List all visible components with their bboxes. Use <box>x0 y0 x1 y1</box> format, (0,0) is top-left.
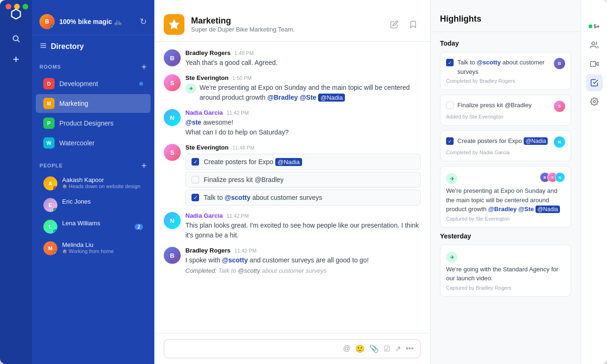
search-icon[interactable] <box>8 30 24 47</box>
sidebar-person-melinda[interactable]: M Melinda Liu 🏠 Working from home <box>36 238 151 259</box>
highlights-title: Highlights <box>440 14 481 24</box>
task-2-text: Finalize press kit @Bradley <box>204 176 284 183</box>
more-input-icon[interactable]: ••• <box>406 344 414 353</box>
highlight-2-checkbox[interactable] <box>446 102 454 109</box>
message-4-content: Ste Everington 11:48 PM Create posters f… <box>185 144 421 206</box>
task-2-checkbox[interactable] <box>192 176 199 183</box>
far-right-panel: 5+ <box>581 0 607 364</box>
task-1-mention: @Nadia <box>275 158 302 166</box>
sidebar-item-watercooler[interactable]: W Watercooler <box>36 134 151 152</box>
tasks-panel-button[interactable] <box>586 74 603 91</box>
message-4: S Ste Everington 11:48 PM Create posters… <box>164 144 421 206</box>
melinda-info: Melinda Liu 🏠 Working from home <box>62 241 143 254</box>
nadia-avatar-5: N <box>164 212 181 229</box>
bookmark-icon[interactable] <box>406 17 421 32</box>
sidebar-header: B 100% bike magic 🚲 ↻ <box>32 0 154 35</box>
highlight-4-header: B S N <box>446 172 565 184</box>
sling-input-icon[interactable]: ↗ <box>395 344 401 353</box>
product-designers-room-icon: P <box>43 118 55 129</box>
highlight-card-2: Finalize press kit @Bradley S Added by S… <box>440 95 571 126</box>
watercooler-room-icon: W <box>43 137 55 149</box>
highlights-content: Today Talk to @scotty about customer sur… <box>431 32 581 364</box>
eric-name: Eric Jones <box>62 198 143 205</box>
svg-point-11 <box>593 101 595 103</box>
message-1-content: Bradley Rogers 1:48 PM Yeah that's a goo… <box>185 49 421 68</box>
video-panel-button[interactable] <box>586 55 603 72</box>
settings-panel-button[interactable] <box>586 93 603 110</box>
message-1-meta: Bradley Rogers 1:48 PM <box>185 49 421 56</box>
sling-icon <box>185 83 196 94</box>
yesterday-section: Yesterday <box>440 232 571 240</box>
message-5-time: 11:42 PM <box>227 213 249 219</box>
rooms-section-header: ROOMS + <box>32 58 154 74</box>
aakash-info: Aakash Kapoor 🏠 Heads down on website de… <box>62 176 143 189</box>
svg-marker-9 <box>596 62 598 66</box>
chat-input-icons: @ 🙂 📎 ☑ ↗ ••• <box>343 344 414 353</box>
directory-icon <box>40 42 47 51</box>
chat-messages: B Bradley Rogers 1:48 PM Yeah that's a g… <box>154 42 430 333</box>
sidebar-directory[interactable]: Directory <box>32 35 154 58</box>
mention-nadia: @Nadia <box>318 94 345 102</box>
sidebar-item-marketing[interactable]: M Marketing <box>36 94 151 113</box>
task-3-checkbox[interactable] <box>192 194 199 201</box>
message-5-meta: Nadia Garcia 11:42 PM <box>185 212 421 219</box>
minimize-button[interactable] <box>14 4 20 9</box>
highlight-2-avatar: S <box>554 101 565 112</box>
development-room-icon: D <box>43 78 55 89</box>
room-desc: Super de Duper Bike Marketing Team. <box>191 26 380 33</box>
add-person-button[interactable]: + <box>142 161 147 170</box>
highlight-3-meta: Completed by Nadia Garcia <box>446 150 565 155</box>
sidebar-person-lena[interactable]: L Lena Williams 2 <box>36 216 151 237</box>
highlight-1-checkbox[interactable] <box>446 59 454 66</box>
lena-info: Lena Williams <box>62 220 130 227</box>
sidebar-person-aakash[interactable]: A Aakash Kapoor 🏠 Heads down on website … <box>36 173 151 194</box>
highlight-5-icon <box>446 252 457 263</box>
sidebar-item-development[interactable]: D Development <box>36 74 151 93</box>
eric-avatar: E <box>43 198 57 212</box>
close-button[interactable] <box>6 4 11 9</box>
online-count: 5+ <box>594 24 600 29</box>
mention-bradley: @Bradley <box>267 94 298 101</box>
product-designers-room-label: Product Designers <box>59 119 113 127</box>
melinda-name: Melinda Liu <box>62 241 143 248</box>
sidebar-person-eric[interactable]: E Eric Jones <box>36 195 151 215</box>
melinda-avatar: M <box>43 241 57 255</box>
task-input-icon[interactable]: ☑ <box>383 344 390 353</box>
message-5-author: Nadia Garcia <box>185 212 223 219</box>
message-3-meta: Nadia Garcia 11:42 PM <box>185 109 421 116</box>
highlight-2-meta: Added by Ste Everington <box>446 114 565 119</box>
lena-avatar: L <box>43 220 57 234</box>
ste-avatar-4: S <box>164 144 181 161</box>
marketing-room-icon: M <box>43 98 55 109</box>
directory-label: Directory <box>51 42 84 51</box>
message-4-author: Ste Everington <box>185 144 229 151</box>
highlight-card-4: B S N We're presenting at Expo on Sunday… <box>440 166 571 228</box>
highlight-3-checkbox[interactable] <box>446 137 454 145</box>
message-6: B Bradley Rogers 11:42 PM I spoke with @… <box>164 247 421 274</box>
message-2-text: We're presenting at Expo on Sunday and t… <box>185 83 421 103</box>
aakash-avatar: A <box>43 176 57 190</box>
message-5: N Nadia Garcia 11:42 PM This plan looks … <box>164 212 421 240</box>
edit-icon[interactable] <box>387 17 402 32</box>
emoji-input-icon[interactable]: 🙂 <box>355 344 365 353</box>
chat-header-info: Marketing Super de Duper Bike Marketing … <box>191 16 380 33</box>
svg-marker-7 <box>168 19 179 29</box>
lena-badge: 2 <box>135 224 143 230</box>
message-6-meta: Bradley Rogers 11:42 PM <box>185 247 421 254</box>
people-section-header: PEOPLE + <box>32 157 154 173</box>
message-1-text: Yeah that's a good call. Agreed. <box>185 58 421 68</box>
message-1-author: Bradley Rogers <box>185 49 231 56</box>
people-panel-button[interactable] <box>586 37 603 54</box>
highlight-card-5: We're going with the Standard Agency for… <box>440 245 571 297</box>
add-room-button[interactable]: + <box>142 63 147 71</box>
task-1-checkbox[interactable] <box>192 158 199 166</box>
message-5-content: Nadia Garcia 11:42 PM This plan looks gr… <box>185 212 421 240</box>
add-button[interactable] <box>8 51 24 68</box>
mention-input-icon[interactable]: @ <box>343 344 351 353</box>
message-input[interactable] <box>171 345 337 353</box>
attachment-input-icon[interactable]: 📎 <box>369 344 379 353</box>
maximize-button[interactable] <box>23 4 28 9</box>
message-2-time: 1:50 PM <box>232 75 252 81</box>
refresh-icon[interactable]: ↻ <box>140 16 147 27</box>
sidebar-item-product-designers[interactable]: P Product Designers <box>36 114 151 133</box>
